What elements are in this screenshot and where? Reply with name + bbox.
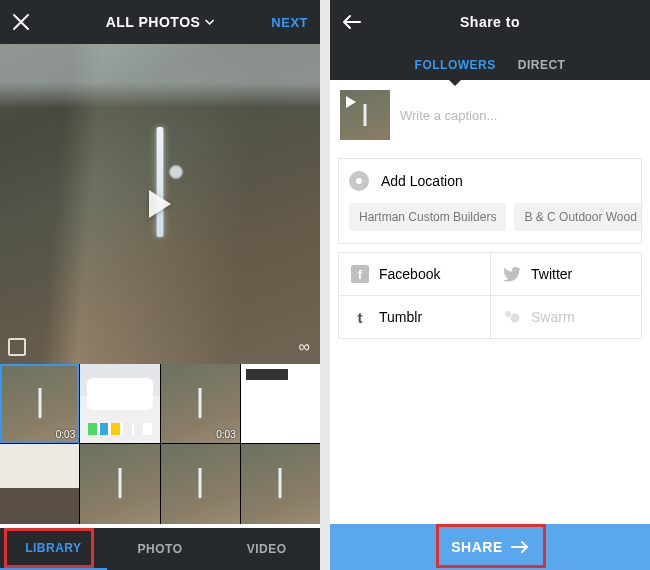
svg-point-0: [505, 311, 511, 317]
thumbnail[interactable]: 0:03: [0, 364, 79, 443]
back-button[interactable]: [342, 14, 362, 30]
share-swarm[interactable]: Swarm: [490, 295, 641, 338]
caption-row: [330, 80, 650, 150]
boomerang-icon[interactable]: ∞: [299, 338, 310, 356]
bottom-tabs: LIBRARY PHOTO VIDEO: [0, 528, 320, 570]
close-button[interactable]: [12, 13, 30, 31]
share-twitter[interactable]: Twitter: [490, 253, 641, 295]
picker-panel: ALL PHOTOS NEXT ∞ 0:03 0:03 LIBRARY PHOT…: [0, 0, 320, 570]
thumbnail[interactable]: [80, 364, 159, 443]
add-location-button[interactable]: Add Location: [339, 159, 641, 203]
preview-content: [157, 127, 164, 237]
caption-input[interactable]: [400, 90, 640, 140]
thumb-duration: 0:03: [56, 429, 75, 440]
chevron-down-icon: [204, 19, 214, 25]
tab-photo[interactable]: PHOTO: [107, 528, 214, 570]
location-label: Add Location: [381, 173, 463, 189]
tumblr-icon: t: [351, 308, 369, 326]
share-networks: f Facebook Twitter t Tumblr Swarm: [338, 252, 642, 339]
location-suggestions: Hartman Custom Builders B & C Outdoor Wo…: [339, 203, 641, 243]
thumbnail[interactable]: [241, 444, 320, 523]
twitter-icon: [503, 265, 521, 283]
album-selector[interactable]: ALL PHOTOS: [106, 14, 215, 30]
swarm-icon: [503, 308, 521, 326]
location-chip[interactable]: Hartman Custom Builders: [349, 203, 506, 231]
play-icon: [149, 190, 171, 218]
caption-thumbnail[interactable]: [340, 90, 390, 140]
location-section: Add Location Hartman Custom Builders B &…: [338, 158, 642, 244]
thumbnail[interactable]: [161, 444, 240, 523]
album-title: ALL PHOTOS: [106, 14, 201, 30]
thumb-duration: 0:03: [216, 429, 235, 440]
video-preview[interactable]: ∞: [0, 44, 320, 364]
thumbnail[interactable]: [0, 444, 79, 523]
subtab-followers[interactable]: FOLLOWERS: [415, 58, 496, 80]
play-icon: [346, 96, 356, 108]
share-tumblr[interactable]: t Tumblr: [339, 295, 490, 338]
arrow-right-icon: [511, 541, 529, 553]
share-facebook[interactable]: f Facebook: [339, 253, 490, 295]
tab-video[interactable]: VIDEO: [213, 528, 320, 570]
thumbnail[interactable]: 0:03: [161, 364, 240, 443]
facebook-icon: f: [351, 265, 369, 283]
picker-header: ALL PHOTOS NEXT: [0, 0, 320, 44]
share-header: Share to: [330, 0, 650, 44]
share-panel: Share to FOLLOWERS DIRECT Add Location H…: [330, 0, 650, 570]
share-subtabs: FOLLOWERS DIRECT: [330, 44, 650, 80]
location-pin-icon: [349, 171, 369, 191]
svg-point-1: [511, 314, 520, 323]
close-icon: [12, 13, 30, 31]
share-button[interactable]: SHARE: [330, 524, 650, 570]
tab-library[interactable]: LIBRARY: [0, 528, 107, 570]
thumbnail[interactable]: [241, 364, 320, 443]
thumbnail-grid: 0:03 0:03: [0, 364, 320, 524]
expand-icon[interactable]: [8, 338, 26, 356]
next-button[interactable]: NEXT: [271, 15, 308, 30]
thumbnail[interactable]: [80, 444, 159, 523]
location-chip[interactable]: B & C Outdoor Wood Fu: [514, 203, 641, 231]
subtab-direct[interactable]: DIRECT: [518, 58, 566, 80]
share-title: Share to: [460, 14, 520, 30]
back-arrow-icon: [342, 14, 362, 30]
